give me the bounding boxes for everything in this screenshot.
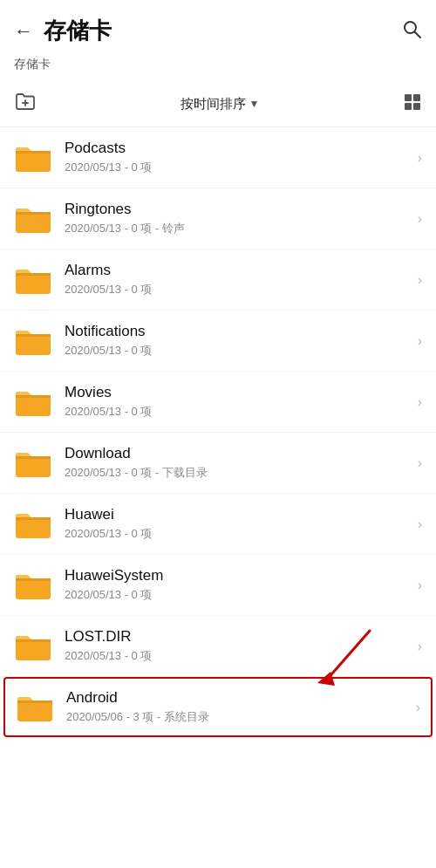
svg-rect-17 — [16, 395, 51, 398]
folder-icon — [16, 692, 54, 723]
folder-item[interactable]: HuaweiSystem2020/05/13 - 0 项› — [0, 555, 436, 616]
folder-item[interactable]: Huawei2020/05/13 - 0 项› — [0, 494, 436, 555]
svg-rect-18 — [16, 456, 51, 477]
svg-rect-11 — [16, 212, 51, 215]
svg-rect-23 — [16, 578, 51, 581]
header: ← 存储卡 — [0, 0, 436, 53]
folder-name: HuaweiSystem — [65, 567, 411, 584]
view-toggle-button[interactable] — [403, 92, 422, 116]
svg-rect-4 — [405, 94, 412, 101]
folder-meta: 2020/05/06 - 3 项 - 系统目录 — [66, 709, 409, 725]
folder-icon — [14, 570, 52, 601]
chevron-right-icon: › — [418, 150, 422, 166]
svg-rect-26 — [17, 701, 52, 721]
folder-meta: 2020/05/13 - 0 项 — [65, 404, 411, 420]
folder-meta: 2020/05/13 - 0 项 — [65, 526, 411, 542]
folder-item[interactable]: Notifications2020/05/13 - 0 项› — [0, 311, 436, 372]
folder-item[interactable]: Android2020/05/06 - 3 项 - 系统目录› — [3, 677, 433, 737]
folder-item[interactable]: LOST.DIR2020/05/13 - 0 项› — [0, 616, 436, 677]
folder-icon — [14, 509, 52, 540]
svg-rect-7 — [413, 103, 420, 110]
toolbar: 按时间排序 ▼ — [0, 81, 436, 127]
sort-arrow-icon: ▼ — [249, 98, 260, 110]
folder-icon — [14, 448, 52, 479]
search-button[interactable] — [401, 18, 422, 44]
folder-meta: 2020/05/13 - 0 项 — [65, 160, 411, 175]
breadcrumb: 存储卡 — [0, 53, 436, 81]
new-folder-button[interactable] — [14, 90, 37, 118]
svg-rect-15 — [16, 334, 51, 337]
svg-line-1 — [415, 31, 421, 38]
svg-rect-21 — [16, 517, 51, 520]
folder-icon — [14, 325, 52, 357]
folder-icon — [14, 386, 52, 418]
folder-name: Alarms — [65, 262, 411, 279]
folder-name: Download — [65, 445, 411, 462]
svg-rect-13 — [16, 273, 51, 276]
folder-meta: 2020/05/13 - 0 项 — [65, 648, 411, 664]
folder-icon — [14, 631, 52, 662]
folder-item[interactable]: Podcasts2020/05/13 - 0 项› — [0, 127, 436, 188]
folder-meta: 2020/05/13 - 0 项 — [65, 587, 411, 603]
sort-label: 按时间排序 — [181, 96, 246, 113]
chevron-right-icon: › — [418, 639, 422, 654]
svg-rect-16 — [16, 395, 51, 416]
chevron-right-icon: › — [418, 272, 422, 288]
folder-name: Movies — [65, 384, 411, 401]
svg-rect-6 — [405, 103, 412, 110]
folder-list: Podcasts2020/05/13 - 0 项›Ringtones2020/0… — [0, 127, 436, 737]
chevron-right-icon: › — [416, 700, 420, 715]
svg-rect-20 — [16, 517, 51, 538]
folder-item[interactable]: Alarms2020/05/13 - 0 项› — [0, 249, 436, 311]
svg-rect-12 — [16, 273, 51, 294]
chevron-right-icon: › — [418, 516, 422, 532]
chevron-right-icon: › — [418, 394, 422, 410]
folder-name: Podcasts — [65, 140, 411, 157]
svg-rect-5 — [413, 94, 420, 101]
svg-rect-24 — [16, 639, 51, 660]
page-title: 存储卡 — [44, 16, 401, 46]
folder-name: LOST.DIR — [65, 628, 411, 646]
back-button[interactable]: ← — [14, 22, 33, 41]
folder-icon — [14, 264, 52, 296]
svg-rect-19 — [16, 456, 51, 459]
folder-item[interactable]: Download2020/05/13 - 0 项 - 下载目录› — [0, 433, 436, 494]
svg-rect-25 — [16, 639, 51, 642]
chevron-right-icon: › — [418, 211, 422, 227]
folder-name: Android — [66, 689, 409, 707]
svg-rect-10 — [16, 212, 51, 233]
folder-meta: 2020/05/13 - 0 项 - 下载目录 — [65, 465, 411, 481]
folder-icon — [14, 203, 52, 235]
sort-button[interactable]: 按时间排序 ▼ — [181, 96, 260, 113]
folder-name: Huawei — [65, 506, 411, 523]
folder-meta: 2020/05/13 - 0 项 — [65, 343, 411, 359]
folder-meta: 2020/05/13 - 0 项 - 铃声 — [65, 221, 411, 236]
folder-icon — [14, 142, 52, 174]
folder-name: Ringtones — [65, 201, 411, 218]
chevron-right-icon: › — [418, 455, 422, 471]
folder-item[interactable]: Movies2020/05/13 - 0 项› — [0, 372, 436, 433]
folder-item[interactable]: Ringtones2020/05/13 - 0 项 - 铃声› — [0, 188, 436, 249]
folder-name: Notifications — [65, 323, 411, 340]
chevron-right-icon: › — [418, 578, 422, 593]
svg-rect-14 — [16, 334, 51, 355]
svg-rect-9 — [16, 151, 51, 154]
svg-rect-27 — [17, 701, 52, 703]
folder-meta: 2020/05/13 - 0 项 — [65, 282, 411, 297]
svg-rect-22 — [16, 578, 51, 599]
svg-rect-8 — [16, 151, 51, 172]
chevron-right-icon: › — [418, 333, 422, 349]
